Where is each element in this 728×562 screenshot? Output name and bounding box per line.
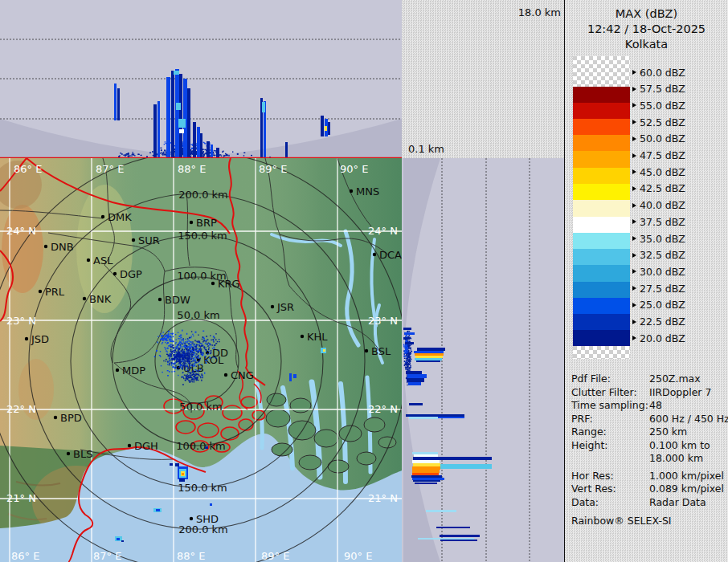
clutter-speck	[187, 376, 188, 377]
clutter-speck	[152, 151, 153, 153]
clutter-speck	[194, 363, 195, 364]
clutter-speck	[175, 367, 176, 368]
clutter-speck	[185, 363, 186, 364]
city-dot-BLS	[67, 452, 70, 455]
clutter-speck	[184, 363, 185, 364]
clutter-speck	[192, 374, 193, 375]
clutter-speck	[193, 352, 194, 353]
clutter-speck	[176, 348, 177, 348]
clutter-speck	[174, 354, 175, 355]
clutter-speck	[405, 363, 407, 364]
echo-bar	[415, 483, 437, 484]
clutter-speck	[408, 364, 409, 365]
clutter-speck	[120, 153, 121, 153]
echo-bar	[321, 116, 324, 136]
clutter-speck	[169, 364, 170, 365]
clutter-speck	[186, 374, 187, 375]
clutter-speck	[162, 338, 163, 339]
clutter-speck	[198, 335, 198, 336]
city-dot-PRL	[39, 290, 42, 293]
echo-bar	[406, 414, 464, 417]
clutter-speck	[408, 356, 409, 357]
info-row: Vert Res:0.089 km/pixel	[571, 483, 727, 496]
map-view: 86° E87° E88° E89° E90° E86° E87° E88° E…	[0, 152, 407, 562]
clutter-speck	[191, 151, 193, 152]
clutter-speck	[223, 155, 225, 156]
echo-bar	[438, 417, 464, 418]
echo-bar	[197, 127, 200, 157]
clutter-speck	[170, 341, 172, 342]
color-scale	[573, 56, 630, 359]
clutter-speck	[196, 377, 197, 378]
clutter-speck	[202, 339, 202, 340]
clutter-speck	[131, 156, 132, 157]
clutter-speck	[213, 339, 214, 340]
clutter-speck	[189, 356, 190, 356]
clutter-speck	[194, 345, 194, 347]
right-height-profile	[403, 158, 530, 562]
clutter-speck	[157, 341, 158, 343]
clutter-speck	[188, 340, 190, 341]
scale-label: 22.5 dBZ	[632, 316, 685, 328]
lat-label: 24° N	[6, 225, 36, 237]
clutter-speck	[199, 348, 200, 350]
clutter-speck	[206, 362, 207, 364]
city-dot-KRG	[211, 282, 215, 285]
city-dot-DCA	[373, 253, 376, 256]
clutter-speck	[195, 369, 197, 370]
clutter-speck	[133, 152, 133, 153]
clutter-speck	[406, 346, 407, 347]
echo-bar	[416, 360, 440, 362]
clutter-speck	[198, 358, 199, 359]
scale-label: 20.0 dBZ	[632, 332, 685, 344]
clutter-speck	[195, 332, 197, 333]
info-row: Pdf File:250Z.max	[571, 373, 727, 386]
info-row: Range:250 km	[571, 426, 727, 439]
echo-bar	[183, 79, 187, 157]
clutter-speck	[177, 347, 178, 348]
lon-label: 87° E	[93, 550, 121, 562]
clutter-speck	[178, 367, 179, 369]
clutter-speck	[125, 154, 126, 156]
clutter-speck	[154, 356, 155, 357]
clutter-speck	[194, 352, 195, 353]
clutter-speck	[196, 362, 197, 364]
clutter-speck	[209, 357, 211, 359]
clutter-speck	[180, 364, 181, 364]
clutter-speck	[212, 344, 213, 345]
clutter-speck	[202, 156, 204, 157]
city-label-SHD: SHD	[196, 513, 219, 525]
echo-bar	[153, 104, 157, 157]
clutter-speck	[194, 354, 194, 355]
clutter-speck	[169, 363, 170, 364]
clutter-speck	[173, 347, 174, 348]
clutter-speck	[204, 373, 205, 374]
city-label-DGP: DGP	[120, 268, 142, 280]
lon-label: 87° E	[96, 163, 124, 175]
clutter-speck	[408, 354, 410, 355]
clutter-speck	[178, 359, 179, 360]
height-gridlines	[0, 39, 402, 119]
clutter-speck	[198, 352, 198, 353]
clutter-speck	[196, 379, 197, 381]
clutter-speck	[190, 380, 190, 381]
clutter-speck	[160, 351, 161, 352]
clutter-speck	[203, 337, 204, 339]
echo-bar	[117, 88, 120, 120]
info-value: 18.000 km	[649, 452, 703, 466]
clutter-speck	[182, 352, 182, 353]
clutter-speck	[170, 351, 171, 352]
clutter-speck	[206, 341, 207, 343]
clutter-speck	[167, 336, 168, 337]
clutter-speck	[197, 348, 198, 349]
city-label-BDW: BDW	[165, 294, 190, 306]
clutter-speck	[202, 352, 203, 352]
clutter-speck	[194, 360, 194, 360]
clutter-speck	[202, 376, 203, 377]
clutter-speck	[179, 340, 180, 341]
scale-label: 32.5 dBZ	[632, 249, 685, 262]
clutter-speck	[406, 358, 407, 359]
clutter-speck	[207, 360, 207, 360]
lat-label: 23° N	[6, 315, 36, 327]
clutter-speck	[406, 340, 407, 341]
